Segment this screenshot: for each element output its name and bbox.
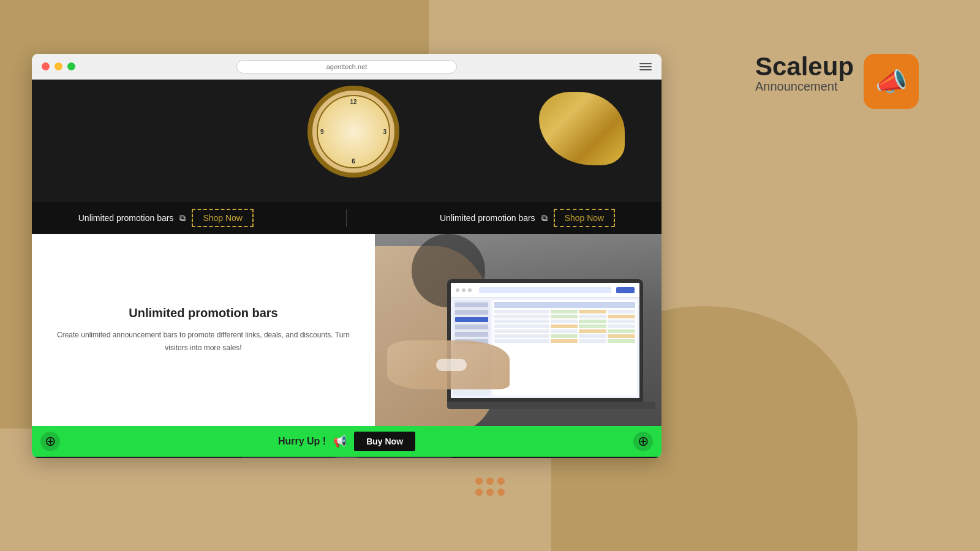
laptop-bg (375, 234, 662, 426)
traffic-light-red[interactable] (42, 62, 50, 70)
ls-cell-green (608, 329, 635, 333)
ls-cell-green (551, 315, 578, 318)
ls-table-row (494, 310, 635, 313)
promo-divider (346, 209, 347, 227)
shop-now-button-left[interactable]: Shop Now (192, 209, 254, 227)
ls-cell (494, 334, 549, 338)
ls-sidebar-item (455, 332, 488, 337)
footer-col-mid (242, 457, 452, 458)
ls-sidebar-item (455, 324, 488, 329)
promo-text-left: Unlimited promotion bars (78, 213, 174, 223)
browser-chrome: agenttech.net (32, 54, 662, 80)
ls-cell (494, 320, 549, 323)
clock-num-3: 3 (383, 129, 386, 135)
ls-header (451, 283, 639, 298)
nav-arrow-left[interactable]: ⊕ (40, 432, 60, 451)
ls-cell (608, 310, 635, 313)
pagination-dots (472, 478, 508, 496)
browser-content: 12 3 6 9 Unlimited promotion bars ⧉ Shop… (32, 80, 662, 458)
laptop-base (447, 402, 655, 409)
ls-table-row (494, 320, 635, 323)
ls-cell (608, 320, 635, 323)
ls-cell (494, 315, 549, 318)
brand-title: Scaleup (755, 54, 854, 80)
feature-title: Unlimited promotion bars (129, 306, 277, 320)
ls-main (492, 300, 637, 395)
ls-cell-yellow (608, 315, 635, 318)
shop-now-button-right[interactable]: Shop Now (554, 209, 616, 227)
dot-6[interactable] (497, 489, 505, 496)
ls-cell-yellow (608, 334, 635, 338)
footer-person (322, 457, 371, 458)
ls-cell (608, 324, 635, 328)
ls-table-row (494, 315, 635, 318)
buy-now-button[interactable]: Buy Now (354, 432, 415, 451)
ls-cell-yellow (551, 324, 578, 328)
ls-table-row (494, 334, 635, 338)
promo-item-right: Unlimited promotion bars ⧉ Shop Now (440, 209, 615, 227)
ls-table-header (494, 302, 635, 308)
clock-inner: 12 3 6 9 (317, 95, 390, 168)
nav-arrow-right[interactable]: ⊕ (633, 432, 653, 451)
dot-1[interactable] (475, 478, 483, 485)
ls-sidebar-item (455, 310, 488, 315)
footer-col-left (32, 457, 242, 458)
ls-url-bar (479, 287, 611, 293)
ls-cell (579, 334, 606, 338)
main-content: Unlimited promotion bars Create unlimite… (32, 234, 662, 426)
brand-text: Scaleup Announcement (755, 54, 854, 94)
traffic-light-yellow[interactable] (55, 62, 62, 70)
megaphone-icon: 📣 (875, 67, 907, 97)
promo-text-right: Unlimited promotion bars (440, 213, 535, 223)
ls-table-row (494, 324, 635, 328)
promo-icon-left: ⧉ (179, 213, 186, 223)
dot-3[interactable] (497, 478, 505, 485)
ls-cell-yellow (579, 329, 606, 333)
hamburger-menu-icon[interactable] (639, 63, 652, 70)
jewelry-chain (539, 92, 625, 165)
ls-action-btn (616, 287, 635, 293)
branding-panel: Scaleup Announcement 📣 (755, 54, 919, 109)
promo-bar: Unlimited promotion bars ⧉ Shop Now Unli… (32, 202, 662, 234)
dot-2[interactable] (486, 478, 494, 485)
url-bar[interactable]: agenttech.net (236, 60, 457, 73)
ls-cell-yellow (551, 339, 578, 343)
hurry-up-text: Hurry Up ! (278, 436, 326, 447)
brand-icon-box: 📣 (864, 54, 919, 109)
footer-col-right (451, 457, 662, 458)
ls-cell (551, 329, 578, 333)
bottom-bar: ⊕ Hurry Up ! 📢 Buy Now ⊕ (32, 426, 662, 457)
menu-line-2 (639, 66, 652, 67)
megaphone-bar-icon: 📢 (333, 435, 347, 448)
feature-description: Create unlimited announcement bars to pr… (56, 329, 350, 354)
traffic-light-green[interactable] (67, 62, 75, 70)
ls-dot-3 (468, 288, 472, 292)
clock-num-12: 12 (350, 99, 356, 105)
bracelet (436, 359, 467, 371)
right-panel (375, 234, 662, 426)
ls-cell-green (551, 334, 578, 338)
ls-cell-green (551, 310, 578, 313)
promo-item-left: Unlimited promotion bars ⧉ Shop Now (78, 209, 254, 227)
ls-cell-green (579, 324, 606, 328)
browser-window: agenttech.net 12 3 6 9 (32, 54, 662, 458)
ls-dot-1 (456, 288, 459, 292)
ls-table-row (494, 339, 635, 343)
left-panel: Unlimited promotion bars Create unlimite… (32, 234, 375, 426)
clock-face: 12 3 6 9 (307, 86, 399, 178)
ls-sidebar-item-active (455, 317, 488, 322)
clock-num-6: 6 (352, 158, 355, 165)
dot-4[interactable] (475, 489, 483, 496)
ls-cell (494, 339, 549, 343)
ls-cell-yellow (579, 310, 606, 313)
menu-line-1 (639, 63, 652, 64)
ls-cell (551, 320, 578, 323)
menu-line-3 (639, 69, 652, 70)
url-text: agenttech.net (326, 63, 368, 70)
ls-cell (494, 329, 549, 333)
ls-cell (579, 339, 606, 343)
ls-sidebar-item (455, 302, 488, 307)
ls-cell (494, 324, 549, 328)
hero-jewelry (539, 92, 625, 178)
dot-5[interactable] (486, 489, 494, 496)
